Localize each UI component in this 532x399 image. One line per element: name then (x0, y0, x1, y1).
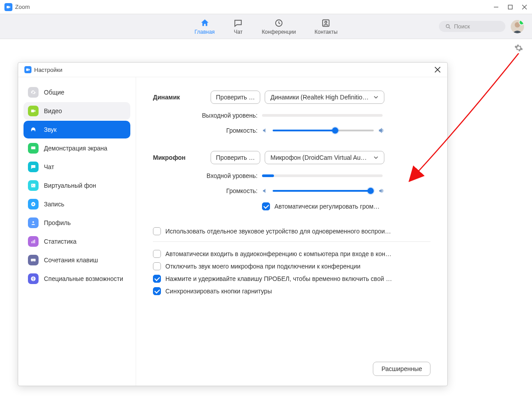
test-speaker-button[interactable]: Проверить … (211, 91, 260, 104)
input-level-label: Входной уровень: (153, 172, 262, 179)
window-maximize-button[interactable] (507, 4, 513, 10)
divider (153, 241, 430, 242)
sidebar-item-recording[interactable]: Запись (23, 195, 130, 213)
svg-line-8 (449, 27, 450, 28)
speaker-device-dropdown[interactable]: Динамики (Realtek High Definitio… (265, 91, 384, 104)
gear-icon[interactable] (514, 43, 523, 52)
volume-low-icon (262, 127, 268, 134)
sidebar-item-label: Виртуальный фон (44, 182, 96, 189)
chevron-down-icon (373, 95, 379, 100)
option-1-checkbox[interactable] (153, 250, 161, 258)
mic-input-level-meter (262, 174, 383, 177)
speaker-section-label: Динамик (153, 94, 211, 101)
nav-tab-clock[interactable]: Конференции (262, 18, 296, 35)
home-icon (200, 18, 210, 28)
sidebar-item-label: Звук (44, 126, 57, 133)
speaker-volume-slider[interactable] (273, 130, 374, 131)
sidebar-item-profile[interactable]: Профиль (23, 214, 130, 232)
sidebar-item-stats[interactable]: Статистика (23, 233, 130, 250)
chat-icon (233, 18, 243, 28)
window-minimize-button[interactable] (493, 4, 499, 10)
svg-point-22 (33, 277, 34, 278)
sidebar-item-label: Чат (44, 163, 54, 170)
mic-volume-slider[interactable] (273, 190, 374, 192)
svg-point-16 (32, 221, 34, 223)
search-icon (445, 24, 451, 30)
svg-rect-17 (31, 241, 32, 243)
nav-tab-chat[interactable]: Чат (233, 18, 243, 35)
window-title: Zoom (15, 4, 30, 10)
sidebar-item-video[interactable]: Видео (23, 102, 130, 120)
sidebar-item-audio[interactable]: Звук (23, 121, 130, 138)
sidebar-item-chat[interactable]: Чат (23, 158, 130, 176)
sidebar-item-label: Демонстрация экрана (44, 145, 107, 152)
svg-point-15 (32, 203, 34, 205)
record-icon (28, 199, 39, 209)
svg-rect-12 (31, 184, 35, 187)
gear-icon (28, 87, 39, 98)
option-4-checkbox[interactable] (153, 287, 161, 295)
svg-point-13 (32, 185, 33, 186)
close-icon[interactable] (434, 66, 441, 73)
headphones-icon (28, 124, 39, 135)
a11y-icon (28, 273, 39, 284)
option-0-checkbox[interactable] (153, 227, 161, 235)
settings-dialog: Настройки ОбщиеВидеоЗвукДемонстрация экр… (18, 62, 448, 386)
settings-content: Динамик Проверить … Динамики (Realtek Hi… (136, 77, 447, 386)
zoom-logo-icon (4, 3, 12, 11)
option-2-label: Отключить звук моего микрофона при подкл… (165, 263, 360, 270)
sidebar-item-label: Статистика (44, 238, 77, 245)
person-icon (28, 217, 39, 228)
sidebar-item-label: Запись (44, 201, 64, 208)
search-input[interactable]: Поиск (439, 21, 505, 32)
nav-tab-home[interactable]: Главная (195, 18, 215, 35)
sidebar-item-label: Профиль (44, 219, 70, 226)
sidebar-item-label: Видео (44, 107, 62, 115)
option-3-checkbox[interactable] (153, 275, 161, 283)
svg-rect-19 (34, 240, 35, 243)
sidebar-item-share[interactable]: Демонстрация экрана (23, 139, 130, 157)
mic-volume-label: Громкость: (153, 187, 262, 194)
sidebar-item-general[interactable]: Общие (23, 83, 130, 101)
option-1-label: Автоматически входить в аудиоконференцию… (165, 250, 391, 257)
advanced-button[interactable]: Расширенные (373, 362, 430, 376)
image-icon (28, 180, 39, 191)
chat-icon (28, 162, 39, 172)
share-icon (28, 143, 39, 154)
settings-sidebar: ОбщиеВидеоЗвукДемонстрация экранаЧатВирт… (18, 77, 136, 386)
volume-low-icon (262, 188, 268, 194)
sidebar-item-vbg[interactable]: Виртуальный фон (23, 177, 130, 194)
top-nav: ГлавнаяЧатКонференцииКонтакты Поиск (0, 14, 532, 39)
mic-device-value: Микрофон (DroidCam Virtual Au… (270, 154, 367, 161)
zoom-logo-icon (24, 66, 31, 73)
svg-point-9 (515, 22, 520, 28)
stats-icon (28, 236, 39, 247)
sidebar-item-label: Общие (44, 89, 64, 96)
option-4-label: Синхронизировать кнопки гарнитуры (165, 288, 272, 295)
window-close-button[interactable] (521, 4, 528, 10)
mic-device-dropdown[interactable]: Микрофон (DroidCam Virtual Au… (265, 151, 384, 164)
nav-tab-label: Контакты (314, 29, 337, 35)
option-2-checkbox[interactable] (153, 262, 161, 270)
speaker-device-value: Динамики (Realtek High Definitio… (270, 94, 368, 101)
sidebar-item-a11y[interactable]: Специальные возможности (23, 270, 130, 288)
nav-tab-contacts[interactable]: Контакты (314, 18, 337, 35)
test-mic-button[interactable]: Проверить … (211, 151, 260, 164)
mic-section-label: Микрофон (153, 154, 211, 161)
svg-point-7 (446, 24, 449, 28)
nav-tab-label: Главная (195, 29, 215, 35)
avatar[interactable] (511, 20, 524, 33)
search-placeholder: Поиск (454, 23, 470, 30)
option-0-label: Использовать отдельное звуковое устройст… (165, 228, 391, 235)
option-3-label: Нажмите и удерживайте клавишу ПРОБЕЛ, чт… (165, 275, 392, 282)
keyboard-icon (28, 255, 39, 265)
dialog-title: Настройки (34, 67, 63, 73)
auto-adjust-label: Автоматически регулировать гром… (274, 203, 379, 210)
auto-adjust-volume-checkbox[interactable] (262, 202, 270, 210)
sidebar-item-shortcuts[interactable]: Сочетания клавиш (23, 251, 130, 269)
window-titlebar: Zoom (0, 0, 532, 14)
contacts-icon (321, 18, 331, 28)
svg-point-6 (325, 21, 327, 23)
speaker-output-level-meter (262, 114, 383, 117)
clock-icon (274, 18, 284, 28)
